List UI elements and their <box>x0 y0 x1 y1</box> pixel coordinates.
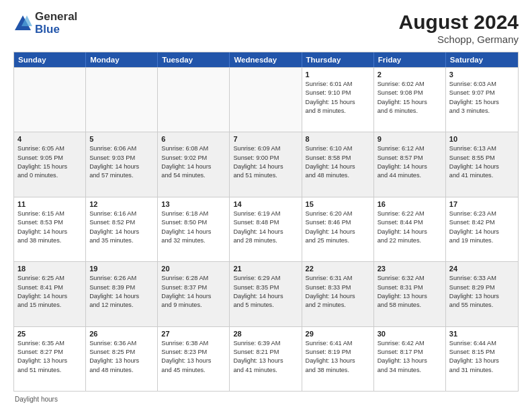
day-number: 20 <box>161 265 226 273</box>
day-number: 7 <box>233 135 298 143</box>
day-cell-12: 12Sunrise: 6:16 AM Sunset: 8:52 PM Dayli… <box>86 197 158 261</box>
day-info: Sunrise: 6:13 AM Sunset: 8:55 PM Dayligh… <box>449 144 515 180</box>
day-info: Sunrise: 6:22 AM Sunset: 8:44 PM Dayligh… <box>378 210 442 245</box>
day-number: 22 <box>306 265 370 273</box>
day-number: 26 <box>89 330 154 338</box>
header-day-tuesday: Tuesday <box>158 52 230 67</box>
day-number: 24 <box>449 265 515 273</box>
calendar-week-5: 25Sunrise: 6:35 AM Sunset: 8:27 PM Dayli… <box>14 326 518 391</box>
day-cell-3: 3Sunrise: 6:03 AM Sunset: 9:07 PM Daylig… <box>446 68 518 132</box>
day-info: Sunrise: 6:31 AM Sunset: 8:33 PM Dayligh… <box>306 274 370 310</box>
day-info: Sunrise: 6:39 AM Sunset: 8:21 PM Dayligh… <box>233 339 298 375</box>
day-info: Sunrise: 6:44 AM Sunset: 8:15 PM Dayligh… <box>449 339 515 375</box>
day-cell-16: 16Sunrise: 6:22 AM Sunset: 8:44 PM Dayli… <box>374 197 446 261</box>
day-info: Sunrise: 6:02 AM Sunset: 9:08 PM Dayligh… <box>378 80 442 116</box>
day-info: Sunrise: 6:25 AM Sunset: 8:41 PM Dayligh… <box>17 274 82 310</box>
day-cell-17: 17Sunrise: 6:23 AM Sunset: 8:42 PM Dayli… <box>446 197 518 261</box>
day-cell-5: 5Sunrise: 6:06 AM Sunset: 9:03 PM Daylig… <box>86 132 158 196</box>
day-info: Sunrise: 6:28 AM Sunset: 8:37 PM Dayligh… <box>161 274 226 310</box>
empty-cell <box>158 68 230 132</box>
day-number: 25 <box>17 330 82 338</box>
day-number: 21 <box>233 265 298 273</box>
header-day-monday: Monday <box>86 52 158 67</box>
day-number: 31 <box>449 330 515 338</box>
calendar-week-1: 1Sunrise: 6:01 AM Sunset: 9:10 PM Daylig… <box>14 67 518 132</box>
day-number: 29 <box>306 330 370 338</box>
day-cell-7: 7Sunrise: 6:09 AM Sunset: 9:00 PM Daylig… <box>230 132 302 196</box>
header: General Blue August 2024 Schopp, Germany <box>13 11 519 45</box>
logo-text: General Blue <box>35 11 77 36</box>
day-info: Sunrise: 6:18 AM Sunset: 8:50 PM Dayligh… <box>161 210 226 245</box>
day-cell-21: 21Sunrise: 6:29 AM Sunset: 8:35 PM Dayli… <box>230 262 302 326</box>
month-year: August 2024 <box>399 11 519 34</box>
day-info: Sunrise: 6:10 AM Sunset: 8:58 PM Dayligh… <box>306 144 370 180</box>
logo-icon <box>13 14 32 33</box>
day-number: 4 <box>17 135 82 143</box>
day-info: Sunrise: 6:16 AM Sunset: 8:52 PM Dayligh… <box>89 210 154 245</box>
day-number: 17 <box>449 200 515 208</box>
day-cell-11: 11Sunrise: 6:15 AM Sunset: 8:53 PM Dayli… <box>14 197 86 261</box>
day-info: Sunrise: 6:32 AM Sunset: 8:31 PM Dayligh… <box>378 274 442 310</box>
title-block: August 2024 Schopp, Germany <box>399 11 519 45</box>
day-cell-25: 25Sunrise: 6:35 AM Sunset: 8:27 PM Dayli… <box>14 327 86 391</box>
day-cell-2: 2Sunrise: 6:02 AM Sunset: 9:08 PM Daylig… <box>374 68 446 132</box>
calendar-header: SundayMondayTuesdayWednesdayThursdayFrid… <box>14 52 518 67</box>
logo-general-text: General <box>35 11 77 24</box>
header-day-wednesday: Wednesday <box>230 52 302 67</box>
day-number: 16 <box>378 200 442 208</box>
day-info: Sunrise: 6:09 AM Sunset: 9:00 PM Dayligh… <box>233 144 298 180</box>
empty-cell <box>230 68 302 132</box>
day-cell-20: 20Sunrise: 6:28 AM Sunset: 8:37 PM Dayli… <box>158 262 230 326</box>
day-cell-6: 6Sunrise: 6:08 AM Sunset: 9:02 PM Daylig… <box>158 132 230 196</box>
empty-cell <box>86 68 158 132</box>
empty-cell <box>14 68 86 132</box>
day-number: 10 <box>449 135 515 143</box>
day-cell-10: 10Sunrise: 6:13 AM Sunset: 8:55 PM Dayli… <box>446 132 518 196</box>
header-day-friday: Friday <box>374 52 446 67</box>
day-info: Sunrise: 6:41 AM Sunset: 8:19 PM Dayligh… <box>306 339 370 375</box>
calendar-week-4: 18Sunrise: 6:25 AM Sunset: 8:41 PM Dayli… <box>14 261 518 326</box>
day-cell-27: 27Sunrise: 6:38 AM Sunset: 8:23 PM Dayli… <box>158 327 230 391</box>
day-cell-13: 13Sunrise: 6:18 AM Sunset: 8:50 PM Dayli… <box>158 197 230 261</box>
header-day-thursday: Thursday <box>302 52 374 67</box>
location: Schopp, Germany <box>399 34 519 45</box>
day-cell-15: 15Sunrise: 6:20 AM Sunset: 8:46 PM Dayli… <box>302 197 374 261</box>
day-number: 6 <box>161 135 226 143</box>
logo-blue-text: Blue <box>35 24 77 36</box>
day-info: Sunrise: 6:23 AM Sunset: 8:42 PM Dayligh… <box>449 210 515 245</box>
day-cell-4: 4Sunrise: 6:05 AM Sunset: 9:05 PM Daylig… <box>14 132 86 196</box>
day-info: Sunrise: 6:20 AM Sunset: 8:46 PM Dayligh… <box>306 210 370 245</box>
day-cell-22: 22Sunrise: 6:31 AM Sunset: 8:33 PM Dayli… <box>302 262 374 326</box>
day-info: Sunrise: 6:12 AM Sunset: 8:57 PM Dayligh… <box>378 144 442 180</box>
footer-daylight-text: Daylight hours <box>15 396 58 403</box>
day-info: Sunrise: 6:01 AM Sunset: 9:10 PM Dayligh… <box>306 80 370 116</box>
day-info: Sunrise: 6:08 AM Sunset: 9:02 PM Dayligh… <box>161 144 226 180</box>
day-cell-1: 1Sunrise: 6:01 AM Sunset: 9:10 PM Daylig… <box>302 68 374 132</box>
day-number: 13 <box>161 200 226 208</box>
day-number: 30 <box>378 330 442 338</box>
day-number: 12 <box>89 200 154 208</box>
day-info: Sunrise: 6:36 AM Sunset: 8:25 PM Dayligh… <box>89 339 154 375</box>
day-info: Sunrise: 6:19 AM Sunset: 8:48 PM Dayligh… <box>233 210 298 245</box>
day-info: Sunrise: 6:26 AM Sunset: 8:39 PM Dayligh… <box>89 274 154 310</box>
day-cell-31: 31Sunrise: 6:44 AM Sunset: 8:15 PM Dayli… <box>446 327 518 391</box>
day-cell-18: 18Sunrise: 6:25 AM Sunset: 8:41 PM Dayli… <box>14 262 86 326</box>
day-cell-23: 23Sunrise: 6:32 AM Sunset: 8:31 PM Dayli… <box>374 262 446 326</box>
day-number: 15 <box>306 200 370 208</box>
calendar-body: 1Sunrise: 6:01 AM Sunset: 9:10 PM Daylig… <box>14 67 518 391</box>
calendar-week-2: 4Sunrise: 6:05 AM Sunset: 9:05 PM Daylig… <box>14 132 518 196</box>
day-info: Sunrise: 6:42 AM Sunset: 8:17 PM Dayligh… <box>378 339 442 375</box>
day-number: 27 <box>161 330 226 338</box>
day-info: Sunrise: 6:38 AM Sunset: 8:23 PM Dayligh… <box>161 339 226 375</box>
day-cell-19: 19Sunrise: 6:26 AM Sunset: 8:39 PM Dayli… <box>86 262 158 326</box>
day-number: 23 <box>378 265 442 273</box>
day-number: 5 <box>89 135 154 143</box>
day-number: 28 <box>233 330 298 338</box>
day-number: 3 <box>449 71 515 79</box>
day-number: 14 <box>233 200 298 208</box>
header-day-saturday: Saturday <box>446 52 518 67</box>
day-cell-30: 30Sunrise: 6:42 AM Sunset: 8:17 PM Dayli… <box>374 327 446 391</box>
day-cell-26: 26Sunrise: 6:36 AM Sunset: 8:25 PM Dayli… <box>86 327 158 391</box>
logo: General Blue <box>13 11 77 36</box>
day-cell-8: 8Sunrise: 6:10 AM Sunset: 8:58 PM Daylig… <box>302 132 374 196</box>
